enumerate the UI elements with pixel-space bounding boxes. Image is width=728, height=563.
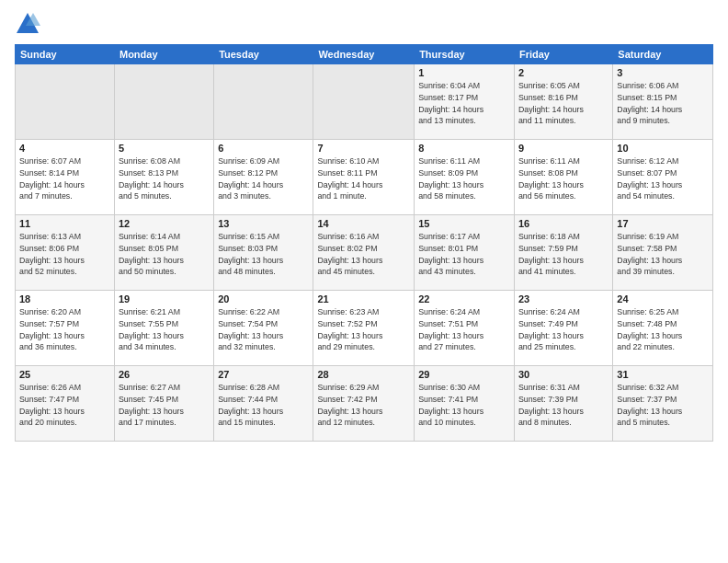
day-number: 20	[218, 293, 309, 304]
calendar-cell: 14Sunrise: 6:16 AM Sunset: 8:02 PM Dayli…	[313, 215, 415, 291]
calendar-cell: 2Sunrise: 6:05 AM Sunset: 8:16 PM Daylig…	[514, 64, 612, 140]
day-info: Sunrise: 6:11 AM Sunset: 8:09 PM Dayligh…	[418, 155, 510, 202]
calendar-cell: 22Sunrise: 6:24 AM Sunset: 7:51 PM Dayli…	[415, 291, 515, 366]
calendar-cell: 26Sunrise: 6:27 AM Sunset: 7:45 PM Dayli…	[114, 366, 213, 442]
day-number: 31	[617, 369, 709, 380]
day-info: Sunrise: 6:11 AM Sunset: 8:08 PM Dayligh…	[518, 155, 609, 202]
calendar-cell: 9Sunrise: 6:11 AM Sunset: 8:08 PM Daylig…	[514, 140, 612, 215]
calendar-cell: 16Sunrise: 6:18 AM Sunset: 7:59 PM Dayli…	[514, 215, 612, 291]
calendar-cell	[16, 64, 115, 140]
day-number: 24	[617, 293, 709, 304]
day-number: 4	[19, 143, 110, 154]
day-info: Sunrise: 6:30 AM Sunset: 7:41 PM Dayligh…	[418, 382, 510, 429]
calendar-cell: 13Sunrise: 6:15 AM Sunset: 8:03 PM Dayli…	[214, 215, 313, 291]
day-info: Sunrise: 6:20 AM Sunset: 7:57 PM Dayligh…	[19, 306, 110, 353]
weekday-monday: Monday	[114, 45, 213, 64]
day-info: Sunrise: 6:05 AM Sunset: 8:16 PM Dayligh…	[518, 80, 609, 127]
calendar-cell: 31Sunrise: 6:32 AM Sunset: 7:37 PM Dayli…	[613, 366, 713, 442]
day-info: Sunrise: 6:28 AM Sunset: 7:44 PM Dayligh…	[218, 382, 309, 429]
day-info: Sunrise: 6:08 AM Sunset: 8:13 PM Dayligh…	[119, 155, 210, 202]
header	[15, 11, 713, 37]
day-info: Sunrise: 6:25 AM Sunset: 7:48 PM Dayligh…	[617, 306, 709, 353]
day-info: Sunrise: 6:07 AM Sunset: 8:14 PM Dayligh…	[19, 155, 110, 202]
calendar-cell: 5Sunrise: 6:08 AM Sunset: 8:13 PM Daylig…	[114, 140, 213, 215]
day-number: 13	[218, 218, 309, 229]
weekday-saturday: Saturday	[613, 45, 713, 64]
calendar-cell	[114, 64, 213, 140]
calendar-cell: 12Sunrise: 6:14 AM Sunset: 8:05 PM Dayli…	[114, 215, 213, 291]
day-number: 19	[119, 293, 210, 304]
calendar-cell: 19Sunrise: 6:21 AM Sunset: 7:55 PM Dayli…	[114, 291, 213, 366]
calendar-cell: 17Sunrise: 6:19 AM Sunset: 7:58 PM Dayli…	[613, 215, 713, 291]
day-info: Sunrise: 6:12 AM Sunset: 8:07 PM Dayligh…	[617, 155, 709, 202]
day-number: 25	[19, 369, 110, 380]
day-number: 10	[617, 143, 709, 154]
day-number: 8	[418, 143, 510, 154]
day-number: 3	[617, 67, 709, 78]
calendar-cell: 6Sunrise: 6:09 AM Sunset: 8:12 PM Daylig…	[214, 140, 313, 215]
calendar-cell: 7Sunrise: 6:10 AM Sunset: 8:11 PM Daylig…	[313, 140, 415, 215]
page: SundayMondayTuesdayWednesdayThursdayFrid…	[0, 0, 728, 563]
day-info: Sunrise: 6:17 AM Sunset: 8:01 PM Dayligh…	[418, 231, 510, 278]
day-number: 12	[119, 218, 210, 229]
day-number: 26	[119, 369, 210, 380]
day-info: Sunrise: 6:10 AM Sunset: 8:11 PM Dayligh…	[317, 155, 410, 202]
calendar-cell: 24Sunrise: 6:25 AM Sunset: 7:48 PM Dayli…	[613, 291, 713, 366]
day-number: 9	[518, 143, 609, 154]
calendar-cell: 23Sunrise: 6:24 AM Sunset: 7:49 PM Dayli…	[514, 291, 612, 366]
day-number: 18	[19, 293, 110, 304]
day-info: Sunrise: 6:26 AM Sunset: 7:47 PM Dayligh…	[19, 382, 110, 429]
day-info: Sunrise: 6:29 AM Sunset: 7:42 PM Dayligh…	[317, 382, 410, 429]
calendar-table: SundayMondayTuesdayWednesdayThursdayFrid…	[15, 44, 713, 442]
week-row-2: 4Sunrise: 6:07 AM Sunset: 8:14 PM Daylig…	[16, 140, 713, 215]
day-number: 29	[418, 369, 510, 380]
weekday-sunday: Sunday	[16, 45, 115, 64]
day-number: 11	[19, 218, 110, 229]
day-info: Sunrise: 6:09 AM Sunset: 8:12 PM Dayligh…	[218, 155, 309, 202]
day-info: Sunrise: 6:21 AM Sunset: 7:55 PM Dayligh…	[119, 306, 210, 353]
day-number: 15	[418, 218, 510, 229]
logo	[15, 11, 44, 37]
calendar-cell: 20Sunrise: 6:22 AM Sunset: 7:54 PM Dayli…	[214, 291, 313, 366]
day-info: Sunrise: 6:14 AM Sunset: 8:05 PM Dayligh…	[119, 231, 210, 278]
day-info: Sunrise: 6:24 AM Sunset: 7:51 PM Dayligh…	[418, 306, 510, 353]
calendar-cell: 4Sunrise: 6:07 AM Sunset: 8:14 PM Daylig…	[16, 140, 115, 215]
day-info: Sunrise: 6:27 AM Sunset: 7:45 PM Dayligh…	[119, 382, 210, 429]
day-number: 2	[518, 67, 609, 78]
calendar-cell: 8Sunrise: 6:11 AM Sunset: 8:09 PM Daylig…	[415, 140, 515, 215]
day-info: Sunrise: 6:13 AM Sunset: 8:06 PM Dayligh…	[19, 231, 110, 278]
day-info: Sunrise: 6:06 AM Sunset: 8:15 PM Dayligh…	[617, 80, 709, 127]
day-number: 6	[218, 143, 309, 154]
day-info: Sunrise: 6:24 AM Sunset: 7:49 PM Dayligh…	[518, 306, 609, 353]
weekday-thursday: Thursday	[415, 45, 515, 64]
day-number: 23	[518, 293, 609, 304]
calendar-cell: 28Sunrise: 6:29 AM Sunset: 7:42 PM Dayli…	[313, 366, 415, 442]
calendar-cell: 30Sunrise: 6:31 AM Sunset: 7:39 PM Dayli…	[514, 366, 612, 442]
week-row-4: 18Sunrise: 6:20 AM Sunset: 7:57 PM Dayli…	[16, 291, 713, 366]
day-number: 7	[317, 143, 410, 154]
calendar-cell: 1Sunrise: 6:04 AM Sunset: 8:17 PM Daylig…	[415, 64, 515, 140]
logo-icon	[15, 11, 40, 37]
day-number: 1	[418, 67, 510, 78]
day-number: 28	[317, 369, 410, 380]
calendar-cell: 25Sunrise: 6:26 AM Sunset: 7:47 PM Dayli…	[16, 366, 115, 442]
weekday-wednesday: Wednesday	[313, 45, 415, 64]
day-info: Sunrise: 6:04 AM Sunset: 8:17 PM Dayligh…	[418, 80, 510, 127]
calendar-cell	[313, 64, 415, 140]
weekday-tuesday: Tuesday	[214, 45, 313, 64]
calendar-cell: 18Sunrise: 6:20 AM Sunset: 7:57 PM Dayli…	[16, 291, 115, 366]
day-number: 16	[518, 218, 609, 229]
day-number: 5	[119, 143, 210, 154]
day-info: Sunrise: 6:22 AM Sunset: 7:54 PM Dayligh…	[218, 306, 309, 353]
day-info: Sunrise: 6:23 AM Sunset: 7:52 PM Dayligh…	[317, 306, 410, 353]
day-number: 21	[317, 293, 410, 304]
day-info: Sunrise: 6:15 AM Sunset: 8:03 PM Dayligh…	[218, 231, 309, 278]
week-row-3: 11Sunrise: 6:13 AM Sunset: 8:06 PM Dayli…	[16, 215, 713, 291]
calendar-cell: 29Sunrise: 6:30 AM Sunset: 7:41 PM Dayli…	[415, 366, 515, 442]
day-info: Sunrise: 6:16 AM Sunset: 8:02 PM Dayligh…	[317, 231, 410, 278]
calendar-cell: 10Sunrise: 6:12 AM Sunset: 8:07 PM Dayli…	[613, 140, 713, 215]
calendar-cell: 27Sunrise: 6:28 AM Sunset: 7:44 PM Dayli…	[214, 366, 313, 442]
day-info: Sunrise: 6:19 AM Sunset: 7:58 PM Dayligh…	[617, 231, 709, 278]
day-info: Sunrise: 6:18 AM Sunset: 7:59 PM Dayligh…	[518, 231, 609, 278]
day-number: 22	[418, 293, 510, 304]
